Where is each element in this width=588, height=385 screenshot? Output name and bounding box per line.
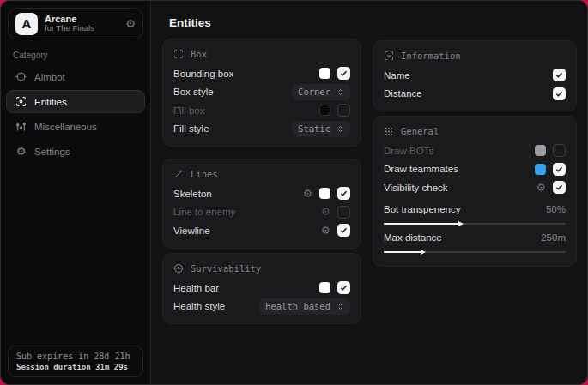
general-card: General Draw BOTs Draw teammates Visibil… [373,116,577,267]
color-swatch[interactable] [319,68,330,79]
sidebar: A Arcane for The Finals ⚙ Category Aimbo… [1,1,151,384]
box-style-select[interactable]: Corner [292,84,350,100]
bot-transparency-slider[interactable] [384,223,566,225]
sidebar-item-settings[interactable]: ⚙ Settings [6,140,145,163]
fill-style-select[interactable]: Static [292,121,350,137]
checkbox-unchecked[interactable] [337,206,350,219]
gear-icon: ⚙ [15,146,27,157]
card-title: Survivability [191,263,261,274]
card-title: Information [401,51,461,61]
sidebar-item-entities[interactable]: Entities [6,90,145,113]
checkbox-checked[interactable] [337,187,350,200]
crosshair-icon [15,71,27,82]
setting-row-skeleton: Skeleton ⚙ [173,184,350,203]
app-logo: A [15,13,38,35]
checkbox-checked[interactable] [337,224,350,237]
checkbox-checked[interactable] [553,181,566,194]
setting-row-visibility-check: Visibility check ⚙ [384,178,566,197]
checkbox-checked[interactable] [337,281,350,294]
checkbox-unchecked[interactable] [337,104,350,117]
app-window: A Arcane for The Finals ⚙ Category Aimbo… [0,0,588,385]
setting-row-viewline: Viewline ⚙ [173,221,350,240]
information-card: Information Name Distance [373,40,577,111]
setting-row-line-to-enemy: Line to enemy ⚙ [173,203,350,222]
card-title: General [401,126,439,136]
chevrons-up-down-icon [336,125,344,133]
setting-row-draw-bots: Draw BOTs [384,141,566,160]
page-title: Entities [169,16,211,29]
color-swatch[interactable] [319,105,330,116]
app-logo-card: A Arcane for The Finals ⚙ [8,8,143,39]
sidebar-item-aimbot[interactable]: Aimbot [6,65,145,88]
setting-row-distance: Distance [384,85,566,104]
color-swatch[interactable] [319,282,330,293]
setting-row-bounding-box: Bounding box [173,64,350,83]
checkbox-checked[interactable] [553,163,566,176]
chevrons-up-down-icon [336,303,344,310]
sidebar-item-label: Entities [34,97,67,107]
setting-row-fill-style: Fill style Static [173,120,350,139]
app-subtitle: for The Finals [45,24,94,33]
setting-row-health-style: Health style Health based [173,298,350,316]
scan-eye-icon [15,96,27,107]
subscription-info-card: Sub expires in 28d 21h Session duration … [8,346,143,377]
chevrons-up-down-icon [336,88,344,96]
slider-value: 250m [541,232,566,243]
survivability-card: Survivability Health bar Health style He… [162,253,361,324]
gear-icon[interactable]: ⚙ [321,226,330,237]
setting-row-fill-box: Fill box [173,101,350,120]
slider-thumb[interactable] [458,221,464,226]
sidebar-item-miscellaneous[interactable]: Miscellaneous [6,115,145,138]
setting-row-draw-teammates: Draw teammates [384,160,566,179]
health-style-select[interactable]: Health based [259,298,350,315]
heart-pulse-icon [173,263,184,274]
card-title: Lines [191,169,218,179]
max-distance-slider[interactable] [384,251,566,253]
sub-expiry-text: Sub expires in 28d 21h [16,352,135,361]
max-distance-slider-group: Max distance 250m [384,230,566,253]
slider-label: Max distance [384,232,442,243]
sliders-icon [15,121,27,132]
session-duration-text: Session duration 31m 29s [16,363,135,371]
sidebar-item-label: Miscellaneous [34,122,97,132]
lines-card: Lines Skeleton ⚙ Line to enemy ⚙ Viewlin… [162,159,361,249]
setting-row-health-bar: Health bar [173,279,350,298]
checkbox-unchecked[interactable] [553,144,566,157]
gear-icon[interactable]: ⚙ [303,189,312,200]
gear-icon[interactable]: ⚙ [536,183,546,194]
bot-transparency-slider-group: Bot transpenency 50% [384,202,566,225]
checkbox-checked[interactable] [553,87,566,100]
slider-value: 50% [546,204,566,214]
slider-label: Bot transpenency [384,204,461,214]
sidebar-nav: Aimbot Entities Miscellaneous ⚙ Settings [1,65,150,163]
pencil-line-icon [173,169,184,179]
sidebar-item-label: Aimbot [34,72,65,82]
color-swatch[interactable] [319,188,330,199]
box-card: Box Bounding box Box style Corner [162,39,361,147]
slider-fill [384,251,422,253]
gear-icon[interactable]: ⚙ [125,18,136,29]
color-swatch[interactable] [535,145,546,156]
checkbox-checked[interactable] [337,67,350,80]
checkbox-checked[interactable] [553,69,566,81]
box-select-icon [173,49,184,59]
slider-thumb[interactable] [421,250,426,255]
grid-icon [384,126,394,136]
setting-row-box-style: Box style Corner [173,83,350,102]
sidebar-item-label: Settings [34,147,70,157]
setting-row-name: Name [384,66,566,85]
card-title: Box [191,49,207,59]
slider-fill [384,223,460,225]
scan-info-icon [384,51,394,61]
main-content: Entities Box Bounding box Box style [151,1,587,384]
category-label: Category [13,51,150,60]
gear-icon[interactable]: ⚙ [321,207,330,218]
color-swatch[interactable] [535,164,546,175]
